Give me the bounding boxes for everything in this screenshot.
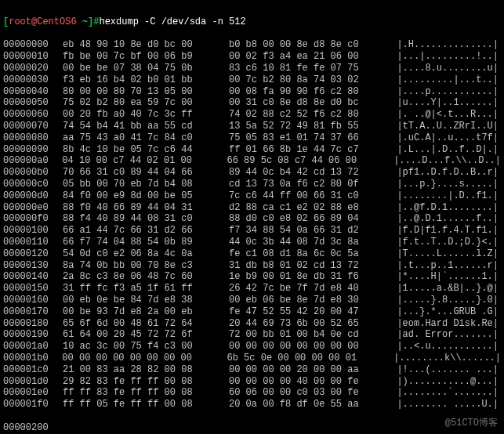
hexdump-bytes-right: 00 7c b2 80 8a 74 03 02 — [229, 74, 386, 86]
hexdump-bytes-left: 00 be be 07 38 04 75 0b — [63, 63, 219, 74]
hexdump-gap — [218, 353, 227, 364]
hexdump-bytes-right: 20 44 69 73 6b 00 52 65 — [229, 318, 386, 330]
hexdump-bytes-left: 05 bb 00 70 eb 7d b4 08 — [63, 179, 219, 190]
hexdump-tail-row: 00000200 — [3, 422, 501, 434]
hexdump-row: 000001402a 8c c3 8e 06 48 7c 60 1e b9 00… — [3, 271, 501, 283]
hexdump-bytes-left: ff ff 05 fe ff ff 00 08 — [63, 399, 219, 410]
hexdump-bytes-left: 84 f0 00 e9 8d 00 be 05 — [63, 190, 219, 202]
hexdump-gap — [219, 109, 229, 121]
hexdump-gap — [219, 387, 229, 399]
hexdump-addr: 00000160 — [3, 295, 63, 306]
hexdump-row: 0000015031 ff fc f3 a5 1f 61 ff 26 42 7c… — [3, 283, 501, 295]
hexdump-ascii: |*....H|`......1.| — [386, 271, 501, 283]
hexdump-addr: 000001b0 — [3, 353, 62, 364]
hexdump-ascii: |...}.*...GRUB .G| — [386, 306, 501, 318]
hexdump-bytes-left: 8a 74 0b bb 00 70 8e c3 — [63, 260, 219, 272]
hexdump-bytes-left: 80 00 00 80 70 13 05 00 — [63, 86, 219, 98]
hexdump-ascii: |!...(....... ...| — [386, 364, 501, 376]
hexdump-addr: 00000150 — [3, 283, 63, 295]
hexdump-row: 000001b000 00 00 00 00 00 00 00 6b 5c 0e… — [3, 353, 501, 364]
hexdump-addr: 00000060 — [3, 109, 63, 121]
hexdump-addr: 000000b0 — [3, 167, 63, 179]
hexdump-bytes-right: 75 05 83 e1 01 74 37 66 — [229, 132, 386, 144]
hexdump-ascii: |....8.u........u| — [386, 63, 501, 74]
hexdump-addr: 00000000 — [3, 39, 63, 51]
hexdump-tail-addr: 00000200 — [3, 422, 63, 434]
hexdump-row: 0000010066 a1 44 7c 66 31 d2 66 f7 34 88… — [3, 225, 501, 237]
hexdump-ascii: |....D...f.\\..D..| — [383, 155, 501, 167]
hexdump-bytes-right: 88 d0 c0 e8 02 66 89 04 — [229, 213, 386, 225]
hexdump-bytes-left: 00 00 00 00 00 00 00 00 — [62, 353, 217, 364]
hexdump-addr: 00000120 — [3, 248, 63, 260]
hexdump-addr: 00000070 — [3, 121, 63, 132]
hexdump-row: 0000019061 64 00 20 45 72 72 6f 72 00 bb… — [3, 329, 501, 341]
hexdump-bytes-left: 31 ff fc f3 a5 1f 61 ff — [63, 283, 219, 295]
hexdump-row: 0000002000 be be 07 38 04 75 0b 83 c6 10… — [3, 63, 501, 74]
hexdump-ascii: |. ..@|<.t...R...| — [386, 109, 501, 121]
hexdump-bytes-left: 21 00 83 aa 28 82 00 08 — [63, 364, 219, 376]
hexdump-ascii: |)...........@...| — [386, 376, 501, 388]
hexdump-addr: 00000130 — [3, 260, 63, 272]
hexdump-addr: 000000d0 — [3, 190, 63, 202]
hexdump-addr: 00000040 — [3, 86, 63, 98]
hexdump-row: 000001a010 ac 3c 00 75 f4 c3 00 00 00 00… — [3, 341, 501, 353]
hexdump-ascii: |........k\\......| — [383, 353, 501, 364]
hexdump-addr: 000001a0 — [3, 341, 63, 353]
hexdump-gap — [219, 132, 229, 144]
hexdump-row: 0000011066 f7 74 04 88 54 0b 89 44 0c 3b… — [3, 237, 501, 248]
hexdump-bytes-left: 65 6f 6d 00 48 61 72 64 — [63, 318, 219, 330]
hexdump-row: 00000000eb 48 90 10 8e d0 bc 00 b0 b8 00… — [3, 39, 501, 51]
command-text: hexdump -C /dev/sda -n 512 — [99, 16, 245, 27]
hexdump-gap — [219, 97, 229, 109]
hexdump-bytes-left: 10 ac 3c 00 75 f4 c3 00 — [63, 341, 219, 353]
hexdump-row: 0000016000 eb 0e be 84 7d e8 38 00 eb 06… — [3, 295, 501, 306]
hexdump-bytes-right: 72 00 bb 01 00 b4 0e cd — [229, 329, 386, 341]
hexdump-bytes-left: 66 f7 74 04 88 54 0b 89 — [63, 237, 219, 248]
hexdump-bytes-right: 74 02 88 c2 52 f6 c2 80 — [229, 109, 386, 121]
hexdump-addr: 00000100 — [3, 225, 63, 237]
hexdump-gap — [219, 213, 229, 225]
hexdump-bytes-left: 00 20 fb a0 40 7c 3c ff — [63, 109, 219, 121]
hexdump-addr: 00000140 — [3, 271, 63, 283]
hexdump-bytes-right: 31 db b8 01 02 cd 13 72 — [229, 260, 386, 272]
hexdump-ascii: |ad. Error.......| — [386, 329, 501, 341]
hexdump-bytes-left: 74 54 b4 41 bb aa 55 cd — [63, 121, 219, 132]
hexdump-bytes-right: 83 c6 10 81 fe fe 07 75 — [229, 63, 386, 74]
hexdump-gap — [219, 283, 229, 295]
hexdump-addr: 00000020 — [3, 63, 63, 74]
hexdump-ascii: |1.....a.&B|..}.@| — [386, 283, 501, 295]
hexdump-ascii: |..@.D.1......f..| — [386, 213, 501, 225]
hexdump-row: 000000f088 f4 40 89 44 08 31 c0 88 d0 c0… — [3, 213, 501, 225]
hexdump-ascii: |........|.D..f1.| — [386, 190, 501, 202]
hexdump-bytes-left: 54 0d c0 e2 06 8a 4c 0a — [63, 248, 219, 260]
hexdump-gap — [219, 179, 229, 190]
hexdump-gap — [219, 39, 229, 51]
hexdump-addr: 00000080 — [3, 132, 63, 144]
hexdump-gap — [219, 86, 229, 98]
prompt-line[interactable]: [root@CentOS6 ~]#hexdump -C /dev/sda -n … — [3, 16, 501, 28]
hexdump-gap — [219, 376, 229, 388]
hexdump-gap — [219, 202, 229, 214]
hexdump-gap — [219, 364, 229, 376]
hexdump-row: 0000005075 02 b2 80 ea 59 7c 00 00 31 c0… — [3, 97, 501, 109]
hexdump-gap — [219, 190, 229, 202]
hexdump-ascii: |.H..............| — [386, 39, 501, 51]
hexdump-bytes-right: ff 01 66 8b 1e 44 7c c7 — [229, 144, 386, 156]
hexdump-row: 0000017000 be 93 7d e8 2a 00 eb fe 47 52… — [3, 306, 501, 318]
hexdump-ascii: |.........|...t..| — [386, 74, 501, 86]
hexdump-bytes-right: 00 02 f3 a4 ea 21 06 00 — [229, 51, 386, 63]
hexdump-ascii: |...|.........!..| — [386, 51, 501, 63]
hexdump-row: 00000010fb be 00 7c bf 00 06 b9 00 02 f3… — [3, 51, 501, 63]
hexdump-bytes-left: ff ff 83 fe ff ff 00 08 — [63, 387, 219, 399]
hexdump-bytes-right: 00 00 00 00 20 00 00 aa — [229, 364, 386, 376]
hexdump-bytes-right: fe 47 52 55 42 20 00 47 — [229, 306, 386, 318]
hexdump-bytes-right: 13 5a 52 72 49 81 fb 55 — [229, 121, 386, 132]
hexdump-ascii: |pf1..D.f.D..B..r| — [386, 167, 501, 179]
hexdump-row: 000001308a 74 0b bb 00 70 8e c3 31 db b8… — [3, 260, 501, 272]
hexdump-bytes-right: 7c c6 44 ff 00 66 31 c0 — [229, 190, 386, 202]
hexdump-ascii: |.....}.8.....}.0| — [386, 295, 501, 306]
hexdump-bytes-right: 20 0a 00 f8 df 0e 55 aa — [229, 399, 386, 410]
hexdump-row: 000000d084 f0 00 e9 8d 00 be 05 7c c6 44… — [3, 190, 501, 202]
hexdump-row: 0000007074 54 b4 41 bb aa 55 cd 13 5a 52… — [3, 121, 501, 132]
hexdump-addr: 00000030 — [3, 74, 63, 86]
